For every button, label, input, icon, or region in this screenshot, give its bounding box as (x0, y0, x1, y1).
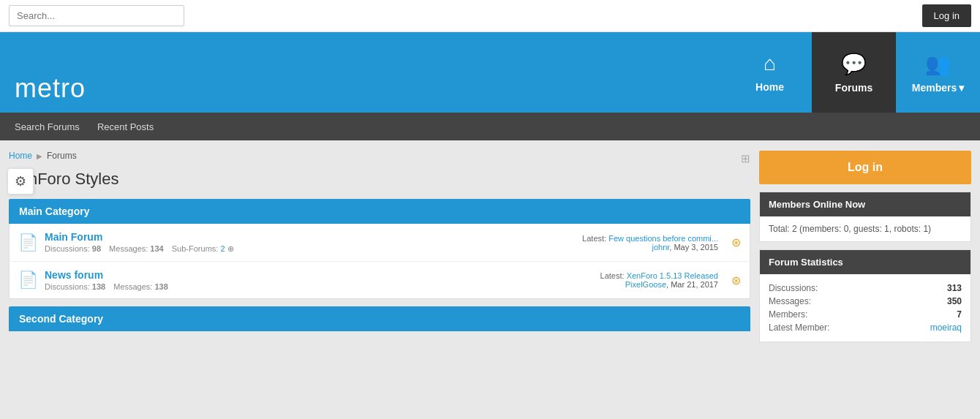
sidebar: Log in Members Online Now Total: 2 (memb… (759, 151, 971, 350)
latest-thread-main[interactable]: Few questions before commi... (608, 234, 718, 243)
latest-date-main: May 3, 2015 (674, 243, 718, 252)
messages-label: Messages: 134 (109, 244, 164, 253)
nav-item-forums[interactable]: 💬 Forums (812, 32, 896, 113)
stat-value-discussions: 313 (947, 283, 962, 293)
forum-latest-news: Latest: XenForo 1.5.13 Released PixelGoo… (572, 271, 718, 289)
forum-stats-body: Discussions: 313 Messages: 350 Members: … (760, 274, 970, 341)
nav-item-members[interactable]: 👥 Members ▾ (896, 32, 980, 113)
news-discussions-label: Discussions: 138 (45, 282, 105, 291)
subforums-link[interactable]: 2 (220, 244, 225, 253)
latest-author-main: johnr, May 3, 2015 (572, 243, 718, 252)
nav-label-home: Home (755, 81, 784, 93)
category-block-main: Main Category 📄 Main Forum Discussions: … (9, 199, 750, 299)
stat-row-latest-member: Latest Member: moeiraq (769, 321, 962, 334)
stat-row-members: Members: 7 (769, 308, 962, 321)
stat-value-members: 7 (957, 309, 962, 320)
breadcrumb-home[interactable]: Home (9, 151, 32, 161)
breadcrumb-row: Home ▶ Forums ⊞ (9, 151, 750, 167)
news-messages-label: Messages: 138 (113, 282, 168, 291)
forum-name-main[interactable]: Main Forum (45, 231, 102, 243)
forum-info-main: Main Forum Discussions: 98 Messages: 134… (45, 231, 565, 254)
nav-label-forums: Forums (835, 82, 872, 94)
forum-icon-news: 📄 (18, 271, 37, 290)
forum-stats-header: Forum Statistics (760, 250, 970, 274)
subforums-expand[interactable]: ⊕ (227, 244, 234, 253)
breadcrumb-separator: ▶ (37, 152, 42, 160)
forum-stats-section: Forum Statistics Discussions: 313 Messag… (759, 249, 971, 342)
search-input[interactable] (9, 5, 184, 26)
nav-label-members: Members (912, 82, 957, 94)
stat-label-messages: Messages: (769, 296, 811, 306)
content-area: Home ▶ Forums ⊞ XenForo Styles Main Cate… (9, 151, 750, 350)
latest-label: Latest: (582, 234, 606, 243)
search-forums-link[interactable]: Search Forums (7, 116, 87, 138)
latest-label-news: Latest: (600, 271, 625, 280)
stat-label-discussions: Discussions: (769, 283, 818, 293)
subforums-label: Sub-Forums: 2 ⊕ (172, 244, 240, 253)
forum-name-news[interactable]: News forum (45, 269, 103, 281)
members-online-header: Members Online Now (760, 192, 970, 216)
breadcrumb-current: Forums (47, 151, 77, 161)
top-bar: Log in (0, 0, 980, 32)
rss-icon-main-forum[interactable]: ⊛ (731, 235, 741, 249)
main-layout: Home ▶ Forums ⊞ XenForo Styles Main Cate… (0, 140, 980, 360)
stat-row-discussions: Discussions: 313 (769, 282, 962, 295)
latest-author-news: PixelGoose, Mar 21, 2017 (572, 280, 718, 289)
stat-value-latest-member[interactable]: moeiraq (930, 322, 962, 333)
home-icon: ⌂ (764, 52, 776, 75)
rss-breadcrumb-icon[interactable]: ⊞ (741, 152, 750, 165)
category-block-second: Second Category (9, 306, 750, 331)
members-online-section: Members Online Now Total: 2 (members: 0,… (759, 192, 971, 242)
category-header-second: Second Category (9, 306, 750, 331)
recent-posts-link[interactable]: Recent Posts (90, 116, 161, 138)
members-dropdown-arrow: ▾ (959, 82, 964, 94)
stat-label-members: Members: (769, 309, 807, 320)
stat-row-messages: Messages: 350 (769, 295, 962, 308)
discussions-label: Discussions: 98 (45, 244, 101, 253)
forum-icon-main: 📄 (18, 233, 37, 252)
nav-item-home[interactable]: ⌂ Home (728, 32, 812, 113)
forum-latest-main: Latest: Few questions before commi... jo… (572, 234, 718, 252)
page-title: XenForo Styles (9, 170, 750, 189)
secondary-nav: Search Forums Recent Posts (0, 113, 980, 140)
header-nav: ⌂ Home 💬 Forums 👥 Members ▾ (728, 32, 980, 113)
latest-date-news: Mar 21, 2017 (671, 280, 718, 289)
forum-meta-news: Discussions: 138 Messages: 138 (45, 282, 565, 291)
stat-label-latest-member: Latest Member: (769, 322, 829, 333)
members-online-total: Total: 2 (members: 0, guests: 1, robots:… (769, 224, 931, 234)
forum-row-main-forum: 📄 Main Forum Discussions: 98 Messages: 1… (9, 224, 750, 262)
forums-icon: 💬 (841, 52, 867, 76)
forum-meta-main: Discussions: 98 Messages: 134 Sub-Forums… (45, 244, 565, 254)
stat-value-messages: 350 (947, 296, 962, 306)
forum-info-news: News forum Discussions: 138 Messages: 13… (45, 269, 565, 291)
latest-author-link-main[interactable]: johnr (652, 243, 669, 252)
site-title: metro (15, 73, 86, 104)
settings-gear-icon[interactable]: ⚙ (7, 168, 34, 195)
sidebar-login-button[interactable]: Log in (759, 151, 971, 184)
header: metro ⌂ Home 💬 Forums 👥 Members ▾ (0, 32, 980, 113)
header-brand: metro (0, 32, 728, 113)
latest-author-link-news[interactable]: PixelGoose (625, 280, 666, 289)
rss-icon-news-forum[interactable]: ⊛ (731, 273, 741, 287)
members-online-body: Total: 2 (members: 0, guests: 1, robots:… (760, 216, 970, 241)
forum-row-news-forum: 📄 News forum Discussions: 138 Messages: … (9, 262, 750, 299)
breadcrumb: Home ▶ Forums (9, 151, 77, 161)
category-header-main: Main Category (9, 199, 750, 224)
members-icon: 👥 (925, 52, 951, 76)
login-button-top[interactable]: Log in (922, 4, 971, 27)
latest-thread-news[interactable]: XenForo 1.5.13 Released (627, 271, 718, 280)
